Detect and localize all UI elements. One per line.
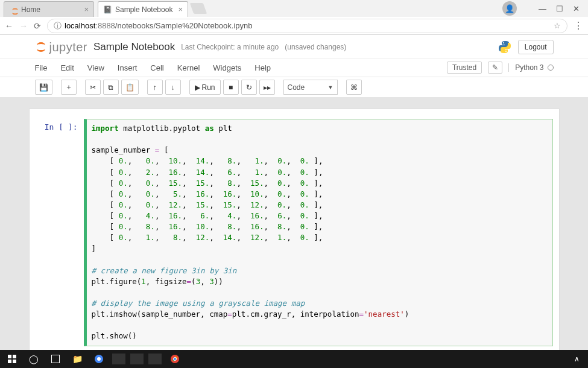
browser-tab-home[interactable]: Home × (4, 1, 94, 17)
jupyter-favicon-icon (9, 5, 17, 14)
browser-tabbar: Home × 📓 Sample Notebook × 👤 — ☐ ✕ (0, 0, 588, 17)
menu-insert[interactable]: Insert (118, 63, 138, 72)
user-profile-icon[interactable]: 👤 (502, 1, 517, 16)
save-button[interactable]: 💾 (35, 80, 52, 95)
autosave-status: (unsaved changes) (285, 43, 346, 51)
app-icon[interactable] (130, 354, 144, 364)
cut-button[interactable]: ✂ (85, 80, 101, 95)
svg-rect-1 (13, 355, 16, 358)
info-icon: ⓘ (54, 21, 62, 31)
code-content[interactable]: import matplotlib.pyplot as plt sample_n… (92, 123, 548, 342)
command-palette-button[interactable]: ⌘ (346, 80, 362, 95)
browser-tab-notebook[interactable]: 📓 Sample Notebook × (98, 1, 188, 17)
minimize-icon[interactable]: — (539, 4, 546, 13)
chrome-taskbar-icon[interactable] (90, 352, 107, 366)
restart-button[interactable]: ↻ (241, 80, 257, 95)
copy-button[interactable]: ⧉ (103, 80, 119, 95)
menubar: FileEditViewInsertCellKernelWidgetsHelp … (0, 59, 588, 77)
python-logo-icon (498, 40, 512, 54)
maximize-icon[interactable]: ☐ (556, 4, 563, 13)
reload-icon[interactable]: ⟳ (34, 21, 41, 31)
back-icon[interactable]: ← (5, 21, 13, 31)
cell-type-select[interactable]: Code ▼ (283, 80, 338, 95)
browser-menu-icon[interactable]: ⋮ (574, 20, 583, 31)
toolbar: 💾 ＋ ✂ ⧉ 📋 ↑ ↓ ▶ Run ■ ↻ ▸▸ Code ▼ ⌘ (0, 77, 588, 98)
notebook-header: jupyter Sample Notebook Last Checkpoint:… (0, 35, 588, 59)
input-prompt: In [ ]: (36, 119, 84, 346)
task-view-icon[interactable] (47, 352, 64, 366)
code-input-area[interactable]: import matplotlib.pyplot as plt sample_n… (84, 119, 553, 346)
close-icon[interactable]: × (84, 5, 89, 14)
move-up-button[interactable]: ↑ (147, 80, 163, 95)
app-icon[interactable] (112, 354, 125, 364)
run-button[interactable]: ▶ Run (189, 80, 221, 95)
bookmark-star-icon[interactable]: ☆ (554, 21, 561, 30)
edit-metadata-icon[interactable]: ✎ (488, 62, 502, 74)
jupyter-logo[interactable]: jupyter (35, 40, 88, 54)
new-tab-button[interactable] (190, 3, 207, 14)
kernel-idle-icon (548, 65, 554, 71)
kernel-indicator[interactable]: Python 3 (508, 63, 553, 72)
menu-edit[interactable]: Edit (60, 63, 74, 72)
notebook-area: In [ ]: import matplotlib.pyplot as plt … (0, 98, 588, 368)
checkpoint-status: Last Checkpoint: a minute ago (181, 43, 279, 51)
jupyter-logo-icon (35, 41, 47, 53)
chrome-running-icon[interactable] (166, 352, 183, 366)
notebook-container: In [ ]: import matplotlib.pyplot as plt … (29, 109, 560, 357)
svg-rect-2 (8, 360, 11, 363)
menu-view[interactable]: View (87, 63, 104, 72)
notebook-favicon-icon: 📓 (103, 5, 112, 14)
restart-run-all-button[interactable]: ▸▸ (259, 80, 275, 95)
insert-cell-button[interactable]: ＋ (61, 80, 77, 95)
menu-kernel[interactable]: Kernel (177, 63, 200, 72)
notebook-name[interactable]: Sample Notebook (93, 41, 175, 53)
trusted-indicator[interactable]: Trusted (447, 62, 482, 74)
system-tray[interactable]: ∧ (574, 355, 584, 363)
svg-rect-0 (8, 355, 11, 358)
address-bar[interactable]: ⓘ localhost:8888/notebooks/Sample%20Note… (47, 19, 567, 33)
windows-taskbar: ◯ 📁 ∧ (0, 350, 588, 368)
move-down-button[interactable]: ↓ (165, 80, 181, 95)
paste-button[interactable]: 📋 (121, 80, 139, 95)
svg-point-7 (174, 358, 177, 361)
close-window-icon[interactable]: ✕ (573, 4, 580, 13)
chevron-down-icon: ▼ (328, 84, 334, 90)
menu-file[interactable]: File (35, 63, 48, 72)
start-menu-icon[interactable] (4, 352, 21, 366)
browser-toolbar: ← → ⟳ ⓘ localhost:8888/notebooks/Sample%… (0, 17, 588, 35)
file-explorer-icon[interactable]: 📁 (69, 352, 86, 366)
cortana-icon[interactable]: ◯ (25, 352, 42, 366)
code-cell[interactable]: In [ ]: import matplotlib.pyplot as plt … (36, 119, 553, 346)
interrupt-button[interactable]: ■ (223, 80, 239, 95)
forward-icon[interactable]: → (19, 21, 28, 31)
tab-title: Sample Notebook (115, 5, 172, 14)
svg-point-5 (97, 357, 101, 361)
menu-help[interactable]: Help (254, 63, 271, 72)
menu-cell[interactable]: Cell (150, 63, 163, 72)
menu-widgets[interactable]: Widgets (213, 63, 241, 72)
app-icon[interactable] (148, 354, 162, 364)
svg-rect-3 (13, 360, 16, 363)
tab-title: Home (21, 5, 40, 14)
close-icon[interactable]: × (178, 5, 183, 14)
logout-button[interactable]: Logout (518, 40, 554, 54)
